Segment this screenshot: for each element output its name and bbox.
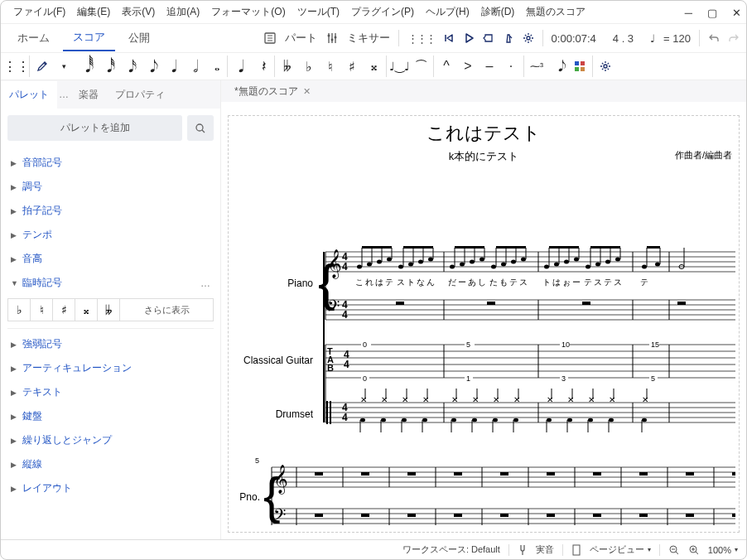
- document-tab[interactable]: *無題のスコア ✕: [228, 82, 317, 101]
- palette-item-text[interactable]: ▶テキスト: [7, 380, 214, 404]
- mixer-button[interactable]: ミキサー: [347, 31, 390, 46]
- palette-item-timesig[interactable]: ▶拍子記号: [7, 199, 214, 223]
- menu-view[interactable]: 表示(V): [116, 5, 161, 19]
- marcato-button[interactable]: ^: [437, 56, 455, 77]
- palette-item-tempo[interactable]: ▶テンポ: [7, 223, 214, 247]
- minimize-button[interactable]: ─: [685, 7, 692, 19]
- score-canvas[interactable]: これはテスト k本的にテスト 作曲者/編曲者 Piano { 𝄞: [221, 102, 746, 539]
- accent-button[interactable]: >: [459, 56, 477, 77]
- score-subtitle[interactable]: k本的にテスト: [229, 149, 739, 164]
- accidentals-row: ♭ ♮ ♯ 𝄪 𝄫 さらに表示: [7, 295, 214, 329]
- sidebar-tab-instruments[interactable]: 楽器: [70, 81, 107, 109]
- palette-item-accidentals[interactable]: ▼臨時記号…: [7, 271, 214, 295]
- palette-item-keyboard[interactable]: ▶鍵盤: [7, 404, 214, 428]
- sharp-button[interactable]: ♯: [343, 56, 361, 77]
- parts-button[interactable]: パート: [285, 31, 317, 46]
- maximize-button[interactable]: ▢: [707, 7, 717, 19]
- acc-natural[interactable]: ♮: [30, 298, 53, 321]
- palette-item-repeats[interactable]: ▶繰り返しとジャンプ: [7, 428, 214, 452]
- svg-text:ん: ん: [427, 278, 435, 287]
- tie-button[interactable]: ♩‿♩: [390, 56, 408, 77]
- flip-button[interactable]: 𝅘𝅥𝅮: [549, 56, 567, 77]
- workspace-selector[interactable]: ワークスペース: Default: [402, 543, 500, 556]
- dots-icon[interactable]: ⋮⋮⋮: [407, 32, 435, 45]
- loop-button[interactable]: [483, 32, 494, 44]
- palette-item-pitch[interactable]: ▶音高: [7, 247, 214, 271]
- metronome-button[interactable]: [503, 32, 514, 44]
- note-8th[interactable]: 𝅘𝅥𝅮: [141, 56, 159, 77]
- menu-add[interactable]: 追加(A): [161, 5, 205, 19]
- zoom-out-button[interactable]: [668, 544, 680, 556]
- voice-button[interactable]: [571, 56, 589, 77]
- note-quarter[interactable]: 𝅘𝅥: [162, 56, 181, 77]
- rewind-button[interactable]: [443, 32, 455, 44]
- grid-icon[interactable]: ⋮⋮: [7, 56, 26, 77]
- dot-button[interactable]: 𝅘𝅥.: [231, 56, 249, 77]
- acc-double-flat[interactable]: 𝄫: [97, 298, 120, 321]
- slur-button[interactable]: ⁀: [412, 56, 430, 77]
- tenuto-button[interactable]: –: [480, 56, 499, 77]
- view-mode-selector[interactable]: ページビュー ▾: [590, 543, 651, 556]
- svg-rect-125: [396, 302, 404, 305]
- svg-rect-12: [581, 61, 585, 65]
- close-tab-icon[interactable]: ✕: [303, 86, 311, 97]
- tuning-fork-icon[interactable]: [518, 544, 528, 556]
- palette-item-clef[interactable]: ▶音部記号: [7, 151, 214, 175]
- svg-point-46: [450, 265, 455, 269]
- gear-icon[interactable]: [596, 56, 614, 77]
- palette-item-layout[interactable]: ▶レイアウト: [7, 476, 214, 500]
- menu-help[interactable]: ヘルプ(H): [420, 5, 475, 19]
- add-palette-button[interactable]: パレットを追加: [7, 115, 182, 141]
- sidebar-tab-properties[interactable]: プロパティ: [107, 81, 173, 109]
- close-button[interactable]: ✕: [732, 7, 741, 19]
- palette-item-barlines[interactable]: ▶縦線: [7, 452, 214, 476]
- gear-icon[interactable]: [523, 32, 534, 44]
- tab-score[interactable]: スコア: [63, 25, 115, 51]
- search-palette-button[interactable]: [187, 115, 214, 141]
- menu-edit[interactable]: 編集(E): [71, 5, 116, 19]
- undo-button[interactable]: [708, 32, 720, 44]
- menu-diag[interactable]: 診断(D): [475, 5, 521, 19]
- chevron-down-icon[interactable]: ▾: [55, 56, 73, 77]
- acc-double-sharp[interactable]: 𝄪: [75, 298, 98, 321]
- tuplet-button[interactable]: ⁓³: [528, 56, 546, 77]
- menu-plugin[interactable]: プラグイン(P): [345, 5, 420, 19]
- note-16th[interactable]: 𝅘𝅥𝅯: [119, 56, 137, 77]
- acc-sharp[interactable]: ♯: [52, 298, 75, 321]
- redo-button[interactable]: [728, 32, 740, 44]
- score-title[interactable]: これはテスト: [229, 121, 739, 146]
- svg-rect-63: [496, 246, 526, 249]
- svg-point-48: [460, 263, 465, 267]
- svg-text:✕: ✕: [567, 395, 574, 404]
- note-whole[interactable]: 𝅝: [205, 56, 224, 77]
- tab-home[interactable]: ホーム: [7, 26, 60, 51]
- double-sharp-button[interactable]: 𝄪: [364, 56, 383, 77]
- flat-button[interactable]: ♭: [300, 56, 318, 77]
- acc-more-button[interactable]: さらに表示: [119, 298, 214, 321]
- acc-flat[interactable]: ♭: [7, 298, 31, 321]
- sidebar-tab-palette[interactable]: パレット: [1, 81, 57, 109]
- palette-item-dynamics[interactable]: ▶強弱記号: [7, 332, 214, 356]
- menu-file[interactable]: ファイル(F): [7, 5, 71, 19]
- svg-rect-279: [686, 472, 694, 476]
- note-32nd[interactable]: 𝅘𝅥𝅰: [98, 56, 116, 77]
- rest-button[interactable]: 𝄽: [253, 56, 271, 77]
- staccato-button[interactable]: ·: [502, 56, 520, 77]
- palette-item-articulations[interactable]: ▶アーティキュレーション: [7, 356, 214, 380]
- tab-publish[interactable]: 公開: [118, 26, 160, 51]
- zoom-in-button[interactable]: [688, 544, 700, 556]
- menu-tool[interactable]: ツール(T): [292, 5, 345, 19]
- note-half[interactable]: 𝅗𝅥: [184, 56, 202, 77]
- note-64th[interactable]: 𝅘𝅥𝅱: [76, 56, 94, 77]
- tab-more-icon[interactable]: …: [57, 89, 70, 100]
- zoom-level[interactable]: 100% ▾: [708, 545, 738, 555]
- score-composer[interactable]: 作曲者/編曲者: [675, 149, 732, 162]
- double-flat-button[interactable]: 𝄫: [278, 56, 296, 77]
- play-button[interactable]: [463, 32, 475, 44]
- natural-button[interactable]: ♮: [321, 56, 340, 77]
- menu-format[interactable]: フォーマット(O): [205, 5, 291, 19]
- svg-rect-251: [361, 472, 369, 476]
- pencil-icon[interactable]: [33, 56, 51, 77]
- palette-item-keysig[interactable]: ▶調号: [7, 175, 214, 199]
- concert-pitch-button[interactable]: 実音: [536, 543, 554, 556]
